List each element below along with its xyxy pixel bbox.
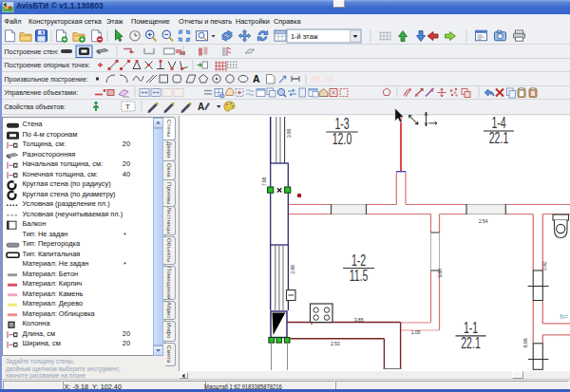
svg-text:22.1: 22.1 <box>489 129 509 147</box>
svg-text:A: A <box>253 73 260 84</box>
svg-text:6.96: 6.96 <box>522 338 528 347</box>
svg-text:12.0: 12.0 <box>332 130 352 148</box>
svg-text:11.5: 11.5 <box>350 267 369 285</box>
svg-text:2.88: 2.88 <box>290 265 295 274</box>
svg-text:3.80: 3.80 <box>437 269 443 278</box>
svg-text:3.95: 3.95 <box>286 128 292 138</box>
svg-text:22.1: 22.1 <box>461 334 481 352</box>
svg-text:A: A <box>198 102 204 112</box>
svg-text:2.53: 2.53 <box>331 341 340 346</box>
svg-text:1.05: 1.05 <box>411 329 421 335</box>
svg-text:h=: h= <box>560 312 569 321</box>
svg-text:T: T <box>125 103 130 111</box>
svg-text:2.54: 2.54 <box>479 218 488 224</box>
svg-text:2.92: 2.92 <box>542 261 547 271</box>
svg-text:7.98: 7.98 <box>261 177 267 186</box>
svg-text:1-й этаж: 1-й этаж <box>291 32 318 41</box>
svg-text:3.85: 3.85 <box>354 317 364 323</box>
